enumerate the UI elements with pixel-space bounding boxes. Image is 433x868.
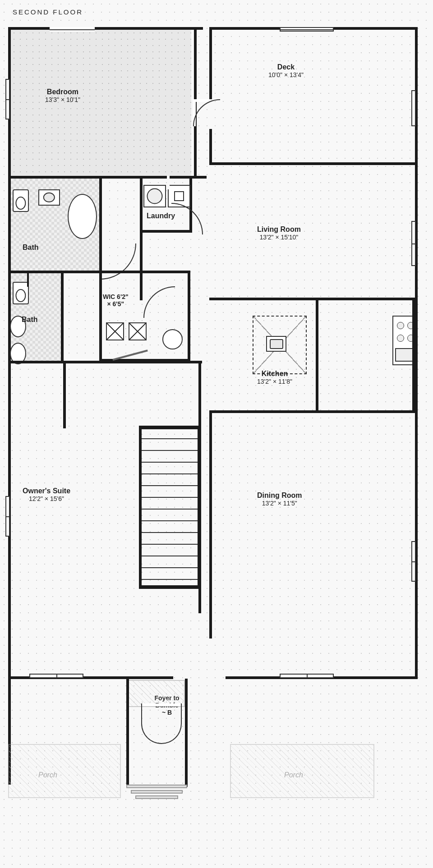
porch-right-label: Porch [284,771,303,779]
bath2-label: Bath [22,316,38,324]
wall-owners-inner [63,361,66,428]
wic-label: WIC 6'2" × 6'5" [103,293,129,308]
door-gap-deck [194,99,210,102]
wall-laundry-left [140,179,143,300]
bedroom-label: Bedroom 13'3" × 10'1" [45,88,80,103]
toilet-bath1 [13,189,29,212]
window-bedroom-top2 [50,27,95,32]
bedroom-area [11,30,191,179]
wall-stair-bottom [139,586,201,589]
step13 [141,579,198,580]
porch-steps [126,785,187,788]
window-dining-bottom [280,674,334,678]
window-owners-left [5,496,10,537]
wall-kitchen-bottom [209,410,418,413]
window-owners-bottom [29,674,83,678]
step2 [141,450,198,451]
bath1-label: Bath [23,243,39,252]
wall-wic-top [99,271,189,273]
step4 [141,473,198,474]
basin-bath1 [43,193,55,202]
wall-gap-bedroom [167,176,170,189]
step10 [141,544,198,545]
wall-stair-left [139,426,142,588]
oven-door [395,348,415,362]
deck-label: Deck 10'0" × 13'4" [268,63,304,78]
step9 [141,532,198,533]
wall-dining-left [209,413,212,638]
wall-stair-right [198,426,201,588]
window-bedroom-left [5,79,10,119]
wall-foyer-right [185,679,188,787]
owners-suite-label: Owner's Suite 12'2" × 15'6" [23,487,70,502]
step1 [141,438,198,439]
laundry-label: Laundry [147,212,175,220]
washer-drum [147,188,163,204]
burner3 [397,335,404,342]
foyer-door-arc [141,703,182,744]
wall-deck-bottom [209,162,418,165]
wall-deck-left-top [209,27,212,99]
wall-wic-right [188,271,190,361]
wall-mid-horiz [63,271,99,273]
wall-deck-left-bot [209,129,212,165]
porch-steps3 [135,795,178,799]
living-room-label: Living Room 13'2" × 15'10" [257,225,301,241]
window-deck-top [280,27,334,32]
step6 [141,497,198,498]
kitchen-label: Kitchen 13'2" × 11'8" [257,370,292,385]
wall-foyer-left [126,679,129,787]
sink-basin [270,339,283,349]
porch-steps2 [131,790,183,794]
floor-label: SECOND FLOOR [13,8,83,16]
window-dining-right [411,541,416,582]
wall-kitchen-right [412,300,418,413]
porch-left-hatch [8,744,121,798]
washer [143,185,166,207]
wic-circle [162,329,183,349]
wall-stair-top [139,426,201,428]
dryer-screen [174,191,184,201]
kitchen-sink [266,336,286,352]
step3 [141,462,198,463]
vanity-bath1 [38,189,60,206]
dining-label: Dining Room 13'2" × 11'5" [257,491,302,507]
burner1 [397,322,404,329]
window-lr-right [411,221,416,266]
step8 [141,520,198,521]
wall-bath2-door [27,273,29,287]
wall-wic-left [99,271,102,361]
step5 [141,485,198,486]
wic-box2 [129,322,147,340]
toilet-bath2 [13,282,29,304]
wall-owners-top [8,361,202,363]
step11 [141,556,198,556]
foyer-hatch [126,680,185,707]
porch-left-label: Porch [38,771,57,779]
wall-kitchen-left [316,300,318,413]
wic-box1 [106,322,124,340]
step12 [141,567,198,568]
floor-plan: SECOND FLOOR Main Level Bedroom 13'3" × … [0,0,433,868]
staircase [140,428,198,586]
bathtub-bath1 [68,194,97,239]
step7 [141,509,198,510]
wall-bath2-right [61,273,64,363]
wall-lr-bottom [209,298,418,300]
window-deck-right [411,90,416,126]
